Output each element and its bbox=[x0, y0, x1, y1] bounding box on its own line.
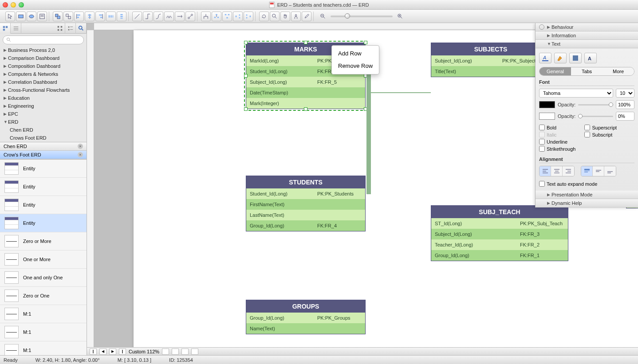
page-prev-button[interactable]: ◀ bbox=[99, 348, 106, 355]
zoom-control-2[interactable] bbox=[172, 348, 179, 355]
text-background-button[interactable] bbox=[569, 53, 582, 63]
library-tree[interactable]: ▶Business Process 2,0▶Comparison Dashboa… bbox=[0, 46, 87, 142]
general-tab[interactable]: General bbox=[540, 67, 571, 75]
shape-item[interactable]: M:1 bbox=[0, 341, 87, 355]
shape-item[interactable]: M:1 bbox=[0, 323, 87, 341]
align-bottom-button[interactable] bbox=[604, 166, 616, 176]
entity-row[interactable]: ST_Id(Long)PK:PK_Subj_Teach bbox=[431, 218, 568, 229]
entity-row[interactable]: Teacher_Id(Long)FK:FR_2 bbox=[431, 239, 568, 250]
connector-4-button[interactable] bbox=[164, 12, 174, 21]
tree-item[interactable]: ▶Composition Dashboard bbox=[0, 62, 87, 70]
more-tab[interactable]: More bbox=[603, 67, 634, 75]
zoom-slider[interactable] bbox=[331, 16, 393, 17]
entity-row[interactable]: Date(TimeStamp) bbox=[246, 87, 365, 98]
lib-doc-tab[interactable]: Crow's Foot ERD× bbox=[0, 151, 87, 159]
zoom-control-1[interactable] bbox=[162, 348, 169, 355]
entity-subjects[interactable]: SUBJECTS Subject_Id(Long)PK:PK_SubjectsT… bbox=[431, 43, 551, 77]
align-top-button[interactable] bbox=[581, 166, 593, 176]
entity-row[interactable]: Title(Text) bbox=[431, 66, 550, 77]
grid-view-tab[interactable] bbox=[55, 23, 65, 34]
behaviour-section[interactable]: ▶Behaviour bbox=[536, 23, 638, 31]
italic-checkbox[interactable] bbox=[539, 132, 545, 137]
window-close-button[interactable] bbox=[3, 2, 8, 8]
page-next-button[interactable]: ▶ bbox=[109, 348, 116, 355]
pointer-tool-button[interactable] bbox=[5, 12, 15, 21]
shape-item[interactable]: One and only One bbox=[0, 269, 87, 287]
connector-2-button[interactable] bbox=[143, 12, 153, 21]
tree-item[interactable]: ▶Comparison Dashboard bbox=[0, 54, 87, 62]
underline-checkbox[interactable] bbox=[539, 139, 545, 145]
tree-connector-2-button[interactable] bbox=[212, 12, 221, 21]
tree-item[interactable]: ▶Computers & Networks bbox=[0, 70, 87, 78]
tree-item[interactable]: ▼ERD bbox=[0, 118, 87, 126]
font-size-select[interactable]: 10 bbox=[616, 89, 634, 98]
connector-3-button[interactable] bbox=[154, 12, 163, 21]
stroke-opacity-slider[interactable] bbox=[578, 116, 613, 117]
distribute-h-button[interactable] bbox=[106, 12, 116, 21]
entity-row[interactable]: Name(Text) bbox=[246, 323, 365, 334]
entity-groups[interactable]: GROUPS Group_Id(Long)PK:PK_GroupsName(Te… bbox=[246, 300, 366, 334]
search-tab[interactable] bbox=[76, 23, 87, 34]
tree-item[interactable]: ▶Cross-Functional Flowcharts bbox=[0, 86, 87, 94]
hand-tool-button[interactable] bbox=[291, 12, 301, 21]
shape-item[interactable]: M:1 bbox=[0, 305, 87, 323]
entity-row[interactable]: Subject_Id(Long)FK:FR_5 bbox=[246, 77, 365, 87]
strikethrough-checkbox[interactable] bbox=[539, 146, 545, 152]
page-first-button[interactable]: ‖ bbox=[90, 348, 97, 355]
context-menu-remove-row[interactable]: Remove Row bbox=[332, 60, 379, 72]
bold-checkbox[interactable] bbox=[539, 125, 545, 130]
auto-expand-checkbox[interactable] bbox=[539, 181, 545, 187]
context-menu-add-row[interactable]: Add Row bbox=[332, 47, 379, 60]
tree-connector-1-button[interactable] bbox=[201, 12, 211, 21]
zoom-in-button[interactable] bbox=[395, 12, 405, 21]
entity-row[interactable]: LastName(Text) bbox=[246, 210, 365, 220]
tree-item[interactable]: ▶Correlation Dashboard bbox=[0, 78, 87, 86]
pan-tool-button[interactable] bbox=[280, 12, 290, 21]
tree-item[interactable]: ▶EPC bbox=[0, 110, 87, 118]
text-underline-color-button[interactable]: A bbox=[539, 53, 551, 63]
align-center-button[interactable] bbox=[85, 12, 95, 21]
align-center-h-button[interactable] bbox=[551, 166, 563, 176]
tabs-tab[interactable]: Tabs bbox=[571, 67, 603, 75]
zoom-control-4[interactable] bbox=[191, 348, 198, 355]
align-left-button[interactable] bbox=[540, 166, 551, 176]
fill-opacity-input[interactable] bbox=[616, 100, 634, 109]
entity-row[interactable]: Subject_Id(Long)FK:FR_3 bbox=[431, 229, 568, 239]
text-tool-button[interactable] bbox=[37, 12, 47, 21]
align-left-button[interactable] bbox=[74, 12, 84, 21]
entity-row[interactable]: FirstName(Text) bbox=[246, 199, 365, 210]
stroke-color-swatch[interactable] bbox=[539, 113, 555, 120]
shape-item[interactable]: Entity bbox=[0, 160, 87, 178]
library-search-input[interactable] bbox=[3, 35, 84, 44]
tree-item[interactable]: ▶Engineering bbox=[0, 102, 87, 110]
font-name-select[interactable]: Tahoma bbox=[539, 89, 613, 98]
tree-item[interactable]: ▶Education bbox=[0, 94, 87, 102]
information-section[interactable]: ▶Information bbox=[536, 31, 638, 40]
group-button[interactable] bbox=[53, 12, 63, 21]
connector-5-button[interactable] bbox=[175, 12, 185, 21]
shape-item[interactable]: One or More bbox=[0, 250, 87, 269]
shape-item[interactable]: Entity bbox=[0, 178, 87, 196]
text-section[interactable]: ▼Text bbox=[536, 40, 638, 48]
align-middle-button[interactable] bbox=[593, 166, 604, 176]
zoom-tool-button[interactable] bbox=[270, 12, 280, 21]
entity-subj-teach[interactable]: SUBJ_TEACH ST_Id(Long)PK:PK_Subj_TeachSu… bbox=[431, 205, 568, 261]
zoom-out-button[interactable] bbox=[318, 12, 328, 21]
tree-sub-item[interactable]: Chen ERD bbox=[0, 126, 87, 134]
list-view-tab[interactable] bbox=[65, 23, 76, 34]
zoom-control-3[interactable] bbox=[181, 348, 189, 355]
text-highlight-button[interactable] bbox=[554, 53, 567, 63]
close-icon[interactable]: × bbox=[78, 152, 83, 157]
window-zoom-button[interactable] bbox=[19, 2, 24, 8]
canvas-area[interactable]: MARKS MarkId(Long)PK:PK_MarksStudent_Id(… bbox=[87, 23, 638, 355]
shape-item[interactable]: Entity bbox=[0, 196, 87, 214]
shape-item[interactable]: Entity bbox=[0, 214, 87, 232]
align-right-h-button[interactable] bbox=[563, 166, 574, 176]
align-right-button[interactable] bbox=[95, 12, 105, 21]
entity-row[interactable]: Group_Id(Long)PK:PK_Groups bbox=[246, 313, 365, 323]
tree-item[interactable]: ▶Business Process 2,0 bbox=[0, 46, 87, 54]
tree-connector-3-button[interactable] bbox=[222, 12, 232, 21]
presentation-section[interactable]: ▶Presentation Mode bbox=[536, 191, 638, 199]
page-last-button[interactable]: ‖ bbox=[119, 348, 126, 355]
refresh-button[interactable] bbox=[259, 12, 269, 21]
